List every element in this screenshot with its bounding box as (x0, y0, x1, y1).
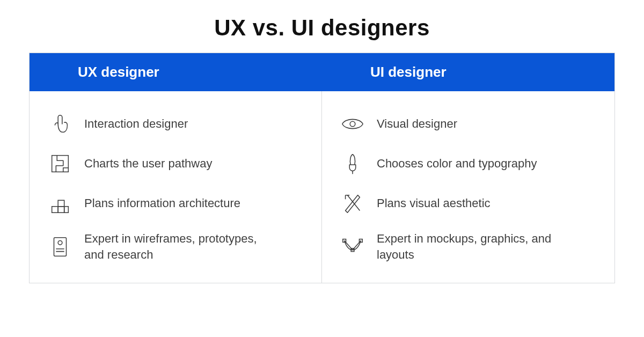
column-body-ui: Visual designer Chooses color and typogr… (322, 91, 614, 283)
svg-rect-4 (64, 207, 69, 213)
column-header-ux: UX designer (30, 53, 322, 91)
eye-icon (340, 112, 365, 136)
svg-point-7 (350, 121, 355, 127)
comparison-table: UX designer UI designer Interaction desi… (29, 53, 615, 283)
column-header-ui: UI designer (322, 53, 614, 91)
list-item-label: Plans visual aesthetic (377, 195, 491, 211)
list-item: Visual designer (340, 112, 596, 136)
svg-rect-3 (58, 200, 64, 207)
list-item-label: Expert in mockups, graphics, and layouts (377, 231, 570, 262)
list-item-label: Plans information architecture (84, 195, 240, 211)
list-item-label: Expert in wireframes, prototypes, and re… (84, 231, 277, 262)
list-item-label: Visual designer (377, 116, 457, 132)
list-item-label: Interaction designer (84, 116, 188, 132)
svg-rect-2 (58, 207, 64, 213)
pointer-icon (48, 112, 72, 136)
list-item: Expert in mockups, graphics, and layouts (340, 231, 596, 262)
list-item: Plans information architecture (48, 191, 303, 216)
list-item: Plans visual aesthetic (340, 191, 596, 216)
blocks-icon (48, 191, 72, 216)
list-item: Expert in wireframes, prototypes, and re… (48, 231, 303, 262)
brush-icon (340, 151, 365, 176)
column-body-ux: Interaction designer Charts the user pat… (30, 91, 322, 283)
wireframe-icon (48, 235, 72, 259)
svg-rect-1 (52, 207, 58, 213)
svg-point-6 (58, 240, 62, 245)
list-item: Interaction designer (48, 112, 303, 136)
svg-rect-0 (52, 156, 69, 172)
page-title: UX vs. UI designers (29, 15, 615, 41)
comparison-diagram: UX vs. UI designers UX designer UI desig… (0, 0, 644, 305)
maze-icon (48, 151, 72, 176)
list-item-label: Charts the user pathway (84, 156, 212, 172)
tools-icon (340, 191, 365, 216)
list-item-label: Chooses color and typography (377, 156, 537, 172)
vector-icon (340, 235, 365, 259)
list-item: Chooses color and typography (340, 151, 596, 176)
list-item: Charts the user pathway (48, 151, 303, 176)
